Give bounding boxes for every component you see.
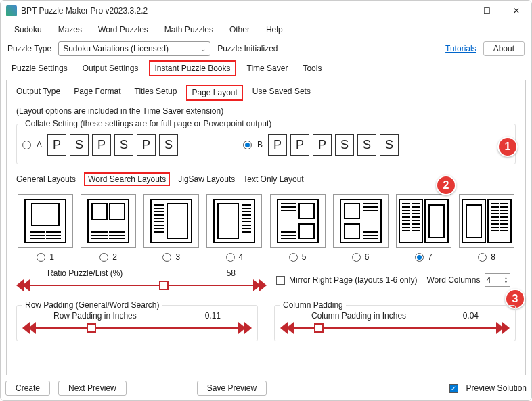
layout-8-radio[interactable]	[478, 253, 487, 262]
layout-7-label: 7	[428, 252, 433, 262]
stepper-arrows-icon: ▲▼	[504, 276, 508, 284]
tab-word-search-layouts[interactable]: Word Search Layouts	[84, 172, 170, 186]
collate-box: P	[137, 134, 156, 156]
menu-help[interactable]: Help	[259, 24, 290, 36]
tutorials-link[interactable]: Tutorials	[445, 44, 476, 53]
puzzle-type-label: Puzzle Type	[7, 44, 51, 53]
collate-box: S	[335, 134, 354, 156]
layout-thumb-4[interactable]	[206, 194, 262, 248]
outer-tabs: Puzzle Settings Output Settings Instant …	[1, 59, 531, 78]
minimize-button[interactable]: —	[442, 1, 472, 21]
tab-instant-puzzle-books[interactable]: Instant Puzzle Books	[149, 60, 236, 76]
create-button[interactable]: Create	[5, 381, 50, 396]
row-padding-label: Row Padding in Inches	[53, 311, 137, 321]
word-columns-label: Word Columns	[426, 275, 480, 285]
collate-box: P	[313, 134, 332, 156]
tab-use-saved-sets[interactable]: Use Saved Sets	[248, 85, 315, 101]
titlebar: BPT Puzzle Maker Pro v2023.3.2.2 — ☐ ✕	[1, 1, 531, 21]
tab-text-only-layout[interactable]: Text Only Layout	[243, 174, 303, 184]
menubar: Sudoku Mazes Word Puzzles Math Puzzles O…	[1, 21, 531, 39]
tab-tools[interactable]: Tools	[298, 62, 326, 75]
save-preview-button[interactable]: Save Preview	[197, 381, 267, 396]
layout-thumb-6[interactable]	[333, 194, 389, 248]
window-title: BPT Puzzle Maker Pro v2023.3.2.2	[21, 6, 442, 16]
layout-thumbnails: 2 1 2 3 4 5	[7, 190, 525, 266]
layout-6-radio[interactable]	[352, 253, 361, 262]
tab-general-layouts[interactable]: General Layouts	[16, 174, 76, 184]
tab-time-saver[interactable]: Time Saver	[243, 62, 292, 75]
column-padding-value: 0.04	[463, 311, 479, 321]
column-padding-group: Column Padding Column Padding in Inches …	[274, 305, 516, 341]
ratio-handle[interactable]	[159, 281, 169, 290]
word-columns-stepper[interactable]: 4 ▲▼	[485, 273, 510, 287]
tab-output-settings[interactable]: Output Settings	[79, 62, 143, 75]
layout-thumb-1[interactable]	[18, 194, 73, 248]
layout-note: (Layout options are included in the Time…	[7, 102, 525, 120]
row-padding-handle[interactable]	[87, 323, 96, 333]
layout-8-label: 8	[491, 252, 495, 262]
puzzle-type-select[interactable]: Sudoku Variations (Licensed) ⌄	[58, 41, 210, 56]
layout-1-radio[interactable]	[37, 253, 45, 262]
collate-box: S	[114, 134, 133, 156]
tab-output-type[interactable]: Output Type	[12, 85, 64, 101]
column-padding-handle[interactable]	[314, 323, 324, 333]
layout-thumb-5[interactable]	[270, 194, 326, 248]
bottom-bar: Create Next Preview Save Preview ✓ Previ…	[5, 381, 527, 396]
menu-word-puzzles[interactable]: Word Puzzles	[91, 24, 155, 36]
layout-2-radio[interactable]	[99, 253, 108, 262]
tab-page-layout[interactable]: Page Layout	[186, 85, 242, 101]
tab-titles-setup[interactable]: Titles Setup	[131, 85, 181, 101]
row-padding-group: Row Padding (General/Word Search) Row Pa…	[16, 305, 258, 341]
ratio-slider[interactable]	[16, 279, 267, 291]
layout-thumb-8[interactable]	[459, 194, 514, 248]
puzzle-initialized-label: Puzzle Initialized	[217, 44, 278, 53]
puzzle-type-value: Sudoku Variations (Licensed)	[63, 44, 169, 53]
layout-4-radio[interactable]	[226, 253, 235, 262]
chevron-down-icon: ⌄	[200, 45, 206, 53]
collate-box: P	[92, 134, 111, 156]
collate-b-radio[interactable]	[243, 141, 252, 149]
collate-box: S	[70, 134, 89, 156]
tab-puzzle-settings[interactable]: Puzzle Settings	[7, 62, 72, 75]
annotation-badge-1: 1	[497, 137, 518, 157]
menu-mazes[interactable]: Mazes	[51, 24, 89, 36]
padding-row: Row Padding (General/Word Search) Row Pa…	[7, 301, 525, 346]
layout-5-label: 5	[302, 252, 307, 262]
layout-5-radio[interactable]	[289, 253, 298, 262]
collate-box: S	[380, 134, 399, 156]
column-padding-legend: Column Padding	[280, 300, 346, 310]
row-padding-slider[interactable]	[22, 322, 252, 334]
layout-3-label: 3	[175, 252, 180, 262]
column-padding-slider[interactable]	[280, 322, 510, 334]
layout-thumb-3[interactable]	[143, 194, 199, 248]
next-preview-button[interactable]: Next Preview	[58, 381, 127, 396]
about-button[interactable]: About	[483, 41, 525, 56]
app-icon	[6, 5, 17, 16]
close-button[interactable]: ✕	[502, 1, 531, 21]
ratio-row: Ratio Puzzle/List (%) 58 Mirror Right Pa…	[7, 268, 525, 291]
layout-7-radio[interactable]	[415, 253, 424, 262]
layout-thumb-7[interactable]	[396, 194, 451, 248]
column-padding-label: Column Padding in Inches	[311, 311, 406, 321]
tab-page-format[interactable]: Page Format	[70, 85, 125, 101]
collate-a-radio[interactable]	[22, 141, 31, 149]
collate-a-label: A	[37, 140, 42, 149]
collate-group: Collate Setting (these settings are for …	[16, 124, 516, 164]
menu-sudoku[interactable]: Sudoku	[7, 24, 49, 36]
preview-solution-label: Preview Solution	[466, 383, 527, 393]
collate-legend: Collate Setting (these settings are for …	[22, 119, 274, 128]
preview-solution-checkbox[interactable]: ✓	[449, 384, 458, 393]
collate-box: P	[47, 134, 66, 156]
maximize-button[interactable]: ☐	[472, 1, 502, 21]
layout-3-radio[interactable]	[162, 253, 171, 262]
menu-other[interactable]: Other	[223, 24, 257, 36]
collate-b-boxes: P P P S S S	[268, 134, 399, 156]
layout-2-label: 2	[112, 252, 117, 262]
collate-a-boxes: P S P S P S	[47, 134, 178, 156]
tab-jigsaw-layouts[interactable]: JigSaw Layouts	[178, 174, 235, 184]
puzzle-type-row: Puzzle Type Sudoku Variations (Licensed)…	[1, 39, 531, 59]
row-padding-value: 0.11	[205, 311, 221, 321]
layout-thumb-2[interactable]	[81, 194, 136, 248]
mirror-checkbox[interactable]	[276, 276, 285, 285]
menu-math-puzzles[interactable]: Math Puzzles	[158, 24, 220, 36]
